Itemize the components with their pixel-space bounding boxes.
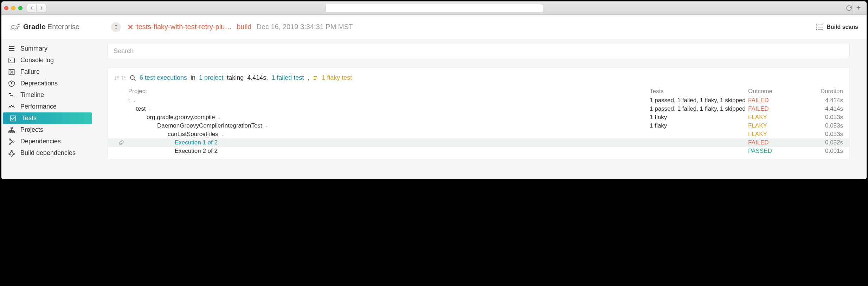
table-row[interactable]: canListSourceFiles ⌄FLAKY0.053s: [108, 130, 849, 138]
sidebar-item-performance[interactable]: Performance: [1, 101, 94, 112]
sidebar-item-label: Build dependencies: [20, 149, 76, 157]
search-icon[interactable]: [130, 75, 136, 81]
flaky-link[interactable]: 1 flaky test: [322, 74, 352, 82]
tests-icon: [9, 115, 17, 122]
permalink-icon[interactable]: [118, 140, 124, 145]
search-box[interactable]: [108, 43, 850, 59]
svg-rect-12: [9, 58, 14, 63]
sidebar-item-label: Deprecations: [20, 80, 58, 87]
brand-name: Gradle Enterprise: [23, 23, 79, 31]
projects-link[interactable]: 1 project: [199, 74, 223, 82]
col-tests[interactable]: Tests: [650, 88, 748, 95]
main-content: 6 test executions in 1 project taking 4.…: [94, 39, 867, 179]
row-duration: 0.001s: [801, 148, 843, 155]
executions-link[interactable]: 6 test executions: [140, 74, 187, 82]
failed-link[interactable]: 1 failed test: [271, 74, 304, 82]
summary-duration: 4.414s,: [247, 74, 268, 82]
sidebar-item-label: Dependencies: [20, 138, 61, 145]
reload-icon[interactable]: [846, 5, 852, 11]
table-row[interactable]: org.gradle.groovy.compile ⌄1 flakyFLAKY0…: [108, 113, 849, 122]
row-label: test: [136, 105, 146, 112]
sidebar-item-build-dependencies[interactable]: Build dependencies: [1, 147, 94, 159]
row-label: Execution 2 of 2: [175, 148, 218, 155]
sidebar-item-label: Timeline: [20, 91, 44, 99]
row-label: :: [128, 97, 130, 104]
row-outcome: FAILED: [748, 105, 801, 112]
close-window-button[interactable]: [4, 6, 8, 10]
back-button[interactable]: [27, 4, 37, 12]
table-row[interactable]: Execution 2 of 2PASSED0.001s: [108, 147, 849, 155]
traffic-lights: [4, 6, 22, 10]
sort-asc-icon[interactable]: [121, 75, 126, 81]
tests-summary: 6 test executions in 1 project taking 4.…: [108, 74, 849, 87]
build-timestamp: Dec 16, 2019 3:34:31 PM MST: [257, 23, 353, 31]
app-header: Gradle Enterprise E tests-flaky-with-tes…: [1, 15, 867, 39]
row-tests: 1 passed, 1 failed, 1 flaky, 1 skipped: [650, 105, 748, 112]
row-duration: 0.052s: [801, 139, 843, 146]
build-scans-link[interactable]: Build scans: [816, 24, 858, 30]
svg-point-28: [9, 143, 11, 144]
sidebar-item-console-log[interactable]: Console log: [1, 54, 94, 66]
row-label: DaemonGroovyCompilerIntegrationTest: [157, 122, 262, 129]
summary-icon: [8, 45, 15, 52]
svg-rect-23: [11, 127, 12, 129]
svg-rect-24: [9, 131, 10, 133]
sidebar-item-deprecations[interactable]: Deprecations: [1, 78, 94, 89]
brand[interactable]: Gradle Enterprise: [10, 23, 79, 31]
col-outcome[interactable]: Outcome: [748, 88, 801, 95]
table-row[interactable]: DaemonGroovyCompilerIntegrationTest ⌄1 f…: [108, 122, 849, 130]
sidebar-item-timeline[interactable]: Timeline: [1, 89, 94, 101]
svg-rect-25: [11, 131, 12, 133]
summary-in: in: [191, 74, 195, 82]
sidebar-item-summary[interactable]: Summary: [1, 43, 94, 54]
row-label: canListSourceFiles: [168, 131, 218, 138]
maximize-window-button[interactable]: [18, 6, 22, 10]
row-tests: 1 passed, 1 failed, 1 flaky, 1 skipped: [650, 97, 748, 104]
col-project[interactable]: Project: [128, 88, 650, 95]
sidebar-item-dependencies[interactable]: Dependencies: [1, 136, 94, 147]
chevron-down-icon[interactable]: ⌄: [221, 132, 224, 137]
svg-point-2: [816, 28, 817, 30]
sort-desc-icon[interactable]: [114, 75, 119, 81]
row-outcome: FAILED: [748, 139, 801, 146]
console-log-icon: [8, 57, 15, 64]
window-titlebar: +: [1, 1, 867, 15]
performance-icon: [8, 103, 15, 110]
tests-panel: 6 test executions in 1 project taking 4.…: [108, 67, 850, 159]
chevron-down-icon[interactable]: ⌄: [218, 115, 221, 120]
sidebar-item-label: Summary: [20, 45, 47, 52]
chevron-down-icon[interactable]: ⌄: [148, 107, 152, 111]
address-bar[interactable]: [325, 4, 543, 12]
deprecations-icon: [8, 80, 15, 87]
col-duration[interactable]: Duration: [801, 88, 843, 95]
svg-point-27: [9, 139, 11, 140]
failure-icon: [8, 69, 15, 76]
projects-icon: [8, 126, 15, 134]
table-row[interactable]: : ⌄1 passed, 1 failed, 1 flaky, 1 skippe…: [108, 96, 849, 105]
row-outcome: FLAKY: [748, 122, 801, 129]
chevron-down-icon[interactable]: ⌄: [265, 124, 268, 128]
table-row[interactable]: Execution 1 of 2FAILED0.052s: [108, 138, 849, 147]
build-title[interactable]: tests-flaky-with-test-retry-plu…: [136, 23, 232, 31]
sort-controls[interactable]: [114, 75, 126, 81]
timeline-icon: [8, 92, 15, 99]
search-input[interactable]: [114, 47, 844, 55]
svg-point-34: [130, 76, 134, 79]
chevron-down-icon[interactable]: ⌄: [133, 98, 136, 103]
sidebar-item-label: Failure: [20, 68, 40, 76]
minimize-window-button[interactable]: [11, 6, 15, 10]
row-label[interactable]: Execution 1 of 2: [175, 139, 218, 146]
svg-point-1: [816, 26, 817, 27]
table-row[interactable]: test ⌄1 passed, 1 failed, 1 flaky, 1 ski…: [108, 105, 849, 113]
forward-button[interactable]: [37, 4, 46, 12]
summary-taking: taking: [227, 74, 244, 82]
svg-point-29: [13, 141, 14, 142]
sidebar-item-projects[interactable]: Projects: [1, 124, 94, 136]
svg-line-35: [134, 79, 135, 80]
sidebar-item-failure[interactable]: Failure: [1, 66, 94, 78]
user-badge[interactable]: E: [111, 22, 121, 32]
new-tab-button[interactable]: +: [853, 1, 864, 14]
sidebar-item-tests[interactable]: Tests: [3, 112, 92, 124]
row-duration: 0.053s: [801, 114, 843, 121]
build-scans-label: Build scans: [827, 24, 858, 30]
